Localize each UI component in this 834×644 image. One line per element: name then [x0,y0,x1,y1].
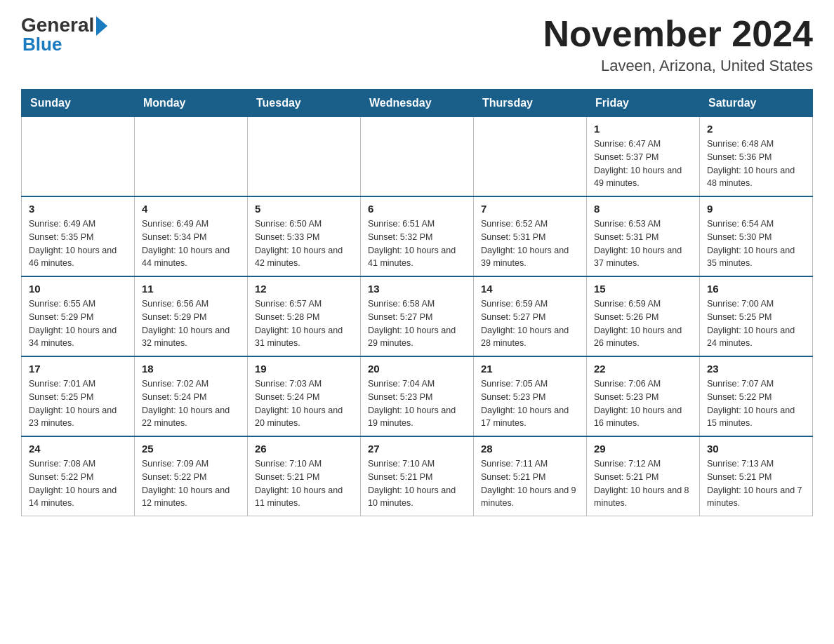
day-number: 21 [481,363,579,375]
calendar-cell-w2-d5: 15Sunrise: 6:59 AMSunset: 5:26 PMDayligh… [587,276,700,356]
day-info: Sunrise: 7:13 AMSunset: 5:21 PMDaylight:… [707,457,805,510]
day-number: 7 [481,203,579,215]
calendar-cell-w4-d4: 28Sunrise: 7:11 AMSunset: 5:21 PMDayligh… [474,436,587,516]
day-info: Sunrise: 7:04 AMSunset: 5:23 PMDaylight:… [368,377,466,430]
day-info: Sunrise: 6:57 AMSunset: 5:28 PMDaylight:… [255,297,353,350]
col-header-wednesday: Wednesday [361,90,474,117]
day-number: 11 [142,283,240,295]
day-number: 18 [142,363,240,375]
day-number: 4 [142,203,240,215]
day-info: Sunrise: 6:58 AMSunset: 5:27 PMDaylight:… [368,297,466,350]
calendar-cell-w4-d2: 26Sunrise: 7:10 AMSunset: 5:21 PMDayligh… [248,436,361,516]
day-number: 2 [707,123,805,135]
calendar-cell-w3-d2: 19Sunrise: 7:03 AMSunset: 5:24 PMDayligh… [248,356,361,436]
calendar-cell-w3-d6: 23Sunrise: 7:07 AMSunset: 5:22 PMDayligh… [700,356,813,436]
day-number: 15 [594,283,692,295]
calendar-cell-w4-d0: 24Sunrise: 7:08 AMSunset: 5:22 PMDayligh… [22,436,135,516]
day-info: Sunrise: 7:06 AMSunset: 5:23 PMDaylight:… [594,377,692,430]
calendar-cell-w0-d3 [361,117,474,197]
day-number: 6 [368,203,466,215]
day-info: Sunrise: 6:52 AMSunset: 5:31 PMDaylight:… [481,217,579,270]
calendar-cell-w2-d1: 11Sunrise: 6:56 AMSunset: 5:29 PMDayligh… [135,276,248,356]
day-info: Sunrise: 7:11 AMSunset: 5:21 PMDaylight:… [481,457,579,510]
calendar-cell-w2-d0: 10Sunrise: 6:55 AMSunset: 5:29 PMDayligh… [22,276,135,356]
calendar-cell-w0-d5: 1Sunrise: 6:47 AMSunset: 5:37 PMDaylight… [587,117,700,197]
day-info: Sunrise: 6:49 AMSunset: 5:35 PMDaylight:… [29,217,127,270]
day-number: 30 [707,443,805,455]
col-header-monday: Monday [135,90,248,117]
calendar-cell-w4-d5: 29Sunrise: 7:12 AMSunset: 5:21 PMDayligh… [587,436,700,516]
day-number: 25 [142,443,240,455]
calendar-cell-w2-d6: 16Sunrise: 7:00 AMSunset: 5:25 PMDayligh… [700,276,813,356]
day-info: Sunrise: 6:59 AMSunset: 5:27 PMDaylight:… [481,297,579,350]
calendar-header-row: Sunday Monday Tuesday Wednesday Thursday… [22,90,813,117]
day-number: 12 [255,283,353,295]
day-info: Sunrise: 7:10 AMSunset: 5:21 PMDaylight:… [368,457,466,510]
day-number: 9 [707,203,805,215]
day-number: 17 [29,363,127,375]
day-info: Sunrise: 6:54 AMSunset: 5:30 PMDaylight:… [707,217,805,270]
day-number: 20 [368,363,466,375]
day-number: 28 [481,443,579,455]
calendar-cell-w2-d4: 14Sunrise: 6:59 AMSunset: 5:27 PMDayligh… [474,276,587,356]
day-number: 10 [29,283,127,295]
day-number: 29 [594,443,692,455]
calendar-row-3: 17Sunrise: 7:01 AMSunset: 5:25 PMDayligh… [22,356,813,436]
day-number: 14 [481,283,579,295]
col-header-friday: Friday [587,90,700,117]
calendar-row-4: 24Sunrise: 7:08 AMSunset: 5:22 PMDayligh… [22,436,813,516]
calendar-cell-w1-d5: 8Sunrise: 6:53 AMSunset: 5:31 PMDaylight… [587,196,700,276]
day-info: Sunrise: 7:00 AMSunset: 5:25 PMDaylight:… [707,297,805,350]
calendar-cell-w3-d5: 22Sunrise: 7:06 AMSunset: 5:23 PMDayligh… [587,356,700,436]
calendar-cell-w1-d6: 9Sunrise: 6:54 AMSunset: 5:30 PMDaylight… [700,196,813,276]
logo: General Blue [21,14,107,55]
day-number: 5 [255,203,353,215]
calendar-cell-w1-d0: 3Sunrise: 6:49 AMSunset: 5:35 PMDaylight… [22,196,135,276]
calendar-cell-w3-d4: 21Sunrise: 7:05 AMSunset: 5:23 PMDayligh… [474,356,587,436]
day-info: Sunrise: 6:53 AMSunset: 5:31 PMDaylight:… [594,217,692,270]
day-info: Sunrise: 6:55 AMSunset: 5:29 PMDaylight:… [29,297,127,350]
logo-blue-text: Blue [21,34,107,55]
day-info: Sunrise: 6:49 AMSunset: 5:34 PMDaylight:… [142,217,240,270]
day-info: Sunrise: 6:56 AMSunset: 5:29 PMDaylight:… [142,297,240,350]
col-header-tuesday: Tuesday [248,90,361,117]
day-number: 3 [29,203,127,215]
calendar-row-1: 3Sunrise: 6:49 AMSunset: 5:35 PMDaylight… [22,196,813,276]
calendar-cell-w1-d3: 6Sunrise: 6:51 AMSunset: 5:32 PMDaylight… [361,196,474,276]
col-header-sunday: Sunday [22,90,135,117]
calendar-cell-w4-d1: 25Sunrise: 7:09 AMSunset: 5:22 PMDayligh… [135,436,248,516]
day-info: Sunrise: 7:03 AMSunset: 5:24 PMDaylight:… [255,377,353,430]
day-info: Sunrise: 6:59 AMSunset: 5:26 PMDaylight:… [594,297,692,350]
calendar-cell-w1-d1: 4Sunrise: 6:49 AMSunset: 5:34 PMDaylight… [135,196,248,276]
day-info: Sunrise: 7:07 AMSunset: 5:22 PMDaylight:… [707,377,805,430]
calendar-cell-w2-d3: 13Sunrise: 6:58 AMSunset: 5:27 PMDayligh… [361,276,474,356]
calendar-row-0: 1Sunrise: 6:47 AMSunset: 5:37 PMDaylight… [22,117,813,197]
day-number: 24 [29,443,127,455]
day-number: 13 [368,283,466,295]
calendar-cell-w0-d0 [22,117,135,197]
calendar-cell-w3-d1: 18Sunrise: 7:02 AMSunset: 5:24 PMDayligh… [135,356,248,436]
day-info: Sunrise: 7:09 AMSunset: 5:22 PMDaylight:… [142,457,240,510]
calendar-cell-w4-d6: 30Sunrise: 7:13 AMSunset: 5:21 PMDayligh… [700,436,813,516]
calendar-cell-w0-d6: 2Sunrise: 6:48 AMSunset: 5:36 PMDaylight… [700,117,813,197]
day-info: Sunrise: 7:05 AMSunset: 5:23 PMDaylight:… [481,377,579,430]
calendar-title: November 2024 [543,14,813,54]
day-info: Sunrise: 7:08 AMSunset: 5:22 PMDaylight:… [29,457,127,510]
day-info: Sunrise: 7:02 AMSunset: 5:24 PMDaylight:… [142,377,240,430]
day-info: Sunrise: 6:48 AMSunset: 5:36 PMDaylight:… [707,137,805,190]
calendar-subtitle: Laveen, Arizona, United States [543,57,813,75]
day-info: Sunrise: 7:12 AMSunset: 5:21 PMDaylight:… [594,457,692,510]
calendar-cell-w3-d0: 17Sunrise: 7:01 AMSunset: 5:25 PMDayligh… [22,356,135,436]
day-number: 1 [594,123,692,135]
day-info: Sunrise: 6:47 AMSunset: 5:37 PMDaylight:… [594,137,692,190]
calendar-cell-w4-d3: 27Sunrise: 7:10 AMSunset: 5:21 PMDayligh… [361,436,474,516]
calendar-cell-w0-d1 [135,117,248,197]
day-number: 27 [368,443,466,455]
col-header-saturday: Saturday [700,90,813,117]
day-number: 19 [255,363,353,375]
calendar-cell-w1-d2: 5Sunrise: 6:50 AMSunset: 5:33 PMDaylight… [248,196,361,276]
col-header-thursday: Thursday [474,90,587,117]
day-info: Sunrise: 6:51 AMSunset: 5:32 PMDaylight:… [368,217,466,270]
day-number: 23 [707,363,805,375]
calendar-cell-w1-d4: 7Sunrise: 6:52 AMSunset: 5:31 PMDaylight… [474,196,587,276]
